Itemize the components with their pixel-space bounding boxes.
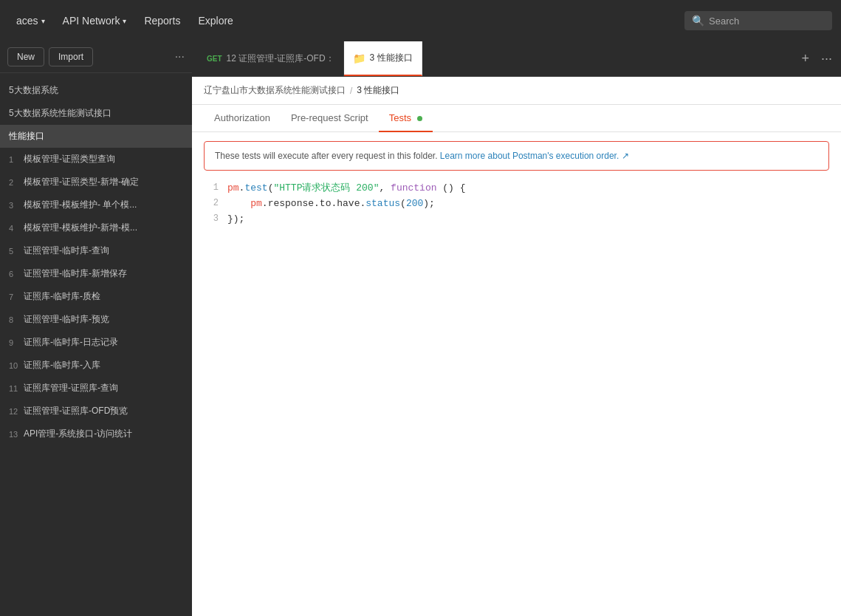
breadcrumb-separator: /: [350, 86, 352, 96]
sidebar-item-2[interactable]: 2 模板管理-证照类型-新增-确定: [0, 171, 192, 194]
sidebar-item-label: 证照库管理-证照库-查询: [24, 382, 118, 394]
api-network-nav-item[interactable]: API Network ▾: [55, 10, 134, 31]
sidebar-item-num: 11: [9, 384, 19, 393]
sidebar-item-num: 13: [9, 430, 19, 439]
sidebar-item-perf-folder[interactable]: 性能接口: [0, 125, 192, 148]
sidebar-item-label: 证照库-临时库-质检: [24, 290, 100, 303]
add-tab-button[interactable]: +: [798, 48, 812, 69]
code-editor[interactable]: 1 pm.test("HTTP请求状态码 200", function () {…: [204, 181, 829, 227]
tab-tests-label: Tests: [389, 112, 411, 123]
tab-pre-request-script[interactable]: Pre-request Script: [281, 105, 379, 132]
breadcrumb-path: 辽宁盘山市大数据系统性能测试接口: [204, 84, 346, 97]
sidebar-item-label: 证照管理-临时库-查询: [24, 244, 109, 257]
request-tab-label: 12 证照管理-证照库-OFD：: [227, 52, 334, 65]
sidebar-item-4[interactable]: 4 模板管理-模板维护-新增-模...: [0, 216, 192, 239]
sidebar-more-icon[interactable]: ···: [175, 50, 185, 64]
sidebar-item-label: 模板管理-模板维护- 单个模...: [24, 199, 137, 211]
sidebar-item-1[interactable]: 1 模板管理-证照类型查询: [0, 148, 192, 171]
sidebar-item-13[interactable]: 13 API管理-系统接口-访问统计: [0, 422, 192, 445]
sidebar-item-6[interactable]: 6 证照管理-临时库-新增保存: [0, 262, 192, 285]
reports-nav-item[interactable]: Reports: [137, 10, 188, 31]
new-button[interactable]: New: [7, 47, 44, 66]
sidebar-item-root-system[interactable]: 5大数据系统: [0, 79, 192, 102]
sidebar-item-12[interactable]: 12 证照管理-证照库-OFD预览: [0, 400, 192, 422]
sidebar-item-8[interactable]: 8 证照管理-临时库-预览: [0, 308, 192, 331]
info-box: These tests will execute after every req…: [204, 141, 829, 171]
breadcrumb-current: 3 性能接口: [357, 84, 399, 97]
sidebar-item-label: 证照库-临时库-日志记录: [24, 336, 118, 349]
right-panel: GET 12 证照管理-证照库-OFD： 📁 3 性能接口 + ··· 辽宁盘山…: [192, 41, 841, 616]
explore-label: Explore: [198, 15, 233, 27]
sidebar-item-num: 7: [9, 292, 19, 301]
info-box-link[interactable]: Learn more about Postman's execution ord…: [440, 151, 629, 161]
line-number: 1: [204, 181, 219, 196]
sidebar-item-9[interactable]: 9 证照库-临时库-日志记录: [0, 331, 192, 354]
sidebar-item-5[interactable]: 5 证照管理-临时库-查询: [0, 239, 192, 262]
sidebar-item-num: 9: [9, 338, 19, 347]
sidebar-item-label: 证照管理-证照库-OFD预览: [24, 405, 128, 417]
line-number: 3: [204, 212, 219, 227]
line-number: 2: [204, 196, 219, 212]
request-tab[interactable]: GET 12 证照管理-证照库-OFD：: [198, 41, 344, 76]
info-box-link-text: Learn more about Postman's execution ord…: [440, 151, 619, 161]
tests-active-dot: [417, 116, 422, 121]
editor-area: These tests will execute after every req…: [192, 132, 841, 616]
sidebar-item-num: 10: [9, 361, 19, 370]
sidebar-item-10[interactable]: 10 证照库-临时库-入库: [0, 354, 192, 377]
breadcrumb: 辽宁盘山市大数据系统性能测试接口 / 3 性能接口: [192, 77, 841, 105]
tab-actions: + ···: [798, 48, 835, 69]
sidebar-item-num: 8: [9, 315, 19, 324]
sidebar-item-label: API管理-系统接口-访问统计: [24, 428, 132, 440]
tab-authorization-label: Authorization: [214, 112, 270, 123]
search-box[interactable]: 🔍: [684, 11, 832, 30]
code-content: pm.test("HTTP请求状态码 200", function () {: [227, 181, 829, 196]
tab-tests[interactable]: Tests: [379, 105, 433, 132]
sidebar-toolbar: New Import ···: [0, 41, 192, 73]
tab-authorization[interactable]: Authorization: [204, 105, 281, 132]
content-area: 辽宁盘山市大数据系统性能测试接口 / 3 性能接口 Authorization …: [192, 77, 841, 616]
inner-tabs: Authorization Pre-request Script Tests: [192, 105, 841, 132]
sidebar-item-num: 2: [9, 178, 19, 187]
sidebar-item-num: 6: [9, 270, 19, 278]
import-button[interactable]: Import: [49, 47, 93, 66]
sidebar-item-root-api[interactable]: 5大数据系统性能测试接口: [0, 102, 192, 125]
external-link-icon: ↗: [622, 151, 629, 161]
sidebar-item-label: 证照库-临时库-入库: [24, 359, 100, 372]
code-line-1: 1 pm.test("HTTP请求状态码 200", function () {: [204, 181, 829, 196]
sidebar-item-num: 5: [9, 247, 19, 256]
folder-tab[interactable]: 📁 3 性能接口: [344, 41, 422, 76]
workspaces-label: aces: [16, 15, 38, 27]
top-nav: aces ▾ API Network ▾ Reports Explore 🔍: [0, 0, 841, 41]
sidebar-item-label: 5大数据系统: [9, 84, 58, 97]
code-line-3: 3 });: [204, 212, 829, 227]
sidebar-item-11[interactable]: 11 证照库管理-证照库-查询: [0, 377, 192, 400]
code-content: pm.response.to.have.status(200);: [227, 196, 829, 212]
explore-nav-item[interactable]: Explore: [190, 10, 240, 31]
workspaces-nav-item[interactable]: aces ▾: [9, 10, 52, 31]
sidebar-item-num: 4: [9, 224, 19, 233]
request-tabs-bar: GET 12 证照管理-证照库-OFD： 📁 3 性能接口 + ···: [192, 41, 841, 77]
api-network-label: API Network: [63, 15, 120, 27]
sidebar-item-label: 性能接口: [9, 130, 44, 143]
sidebar-item-3[interactable]: 3 模板管理-模板维护- 单个模...: [0, 194, 192, 216]
info-box-text: These tests will execute after every req…: [215, 151, 437, 161]
workspaces-chevron-icon: ▾: [41, 17, 45, 25]
search-input[interactable]: [709, 16, 825, 27]
sidebar: New Import ··· 5大数据系统 5大数据系统性能测试接口 性能接口 …: [0, 41, 192, 616]
code-line-2: 2 pm.response.to.have.status(200);: [204, 196, 829, 212]
reports-label: Reports: [144, 15, 180, 27]
sidebar-item-label: 模板管理-证照类型-新增-确定: [24, 176, 139, 188]
sidebar-item-label: 证照管理-临时库-新增保存: [24, 267, 127, 280]
main-area: New Import ··· 5大数据系统 5大数据系统性能测试接口 性能接口 …: [0, 41, 841, 616]
folder-icon: 📁: [353, 52, 365, 64]
method-badge: GET: [207, 55, 222, 63]
sidebar-item-label: 证照管理-临时库-预览: [24, 313, 109, 326]
search-icon: 🔍: [692, 15, 704, 27]
sidebar-item-7[interactable]: 7 证照库-临时库-质检: [0, 285, 192, 308]
sidebar-item-num: 3: [9, 201, 19, 210]
more-tabs-button[interactable]: ···: [818, 48, 835, 69]
sidebar-item-label: 模板管理-模板维护-新增-模...: [24, 222, 137, 234]
folder-tab-label: 3 性能接口: [370, 52, 413, 64]
api-network-chevron-icon: ▾: [123, 17, 126, 25]
tab-pre-request-label: Pre-request Script: [291, 112, 368, 123]
